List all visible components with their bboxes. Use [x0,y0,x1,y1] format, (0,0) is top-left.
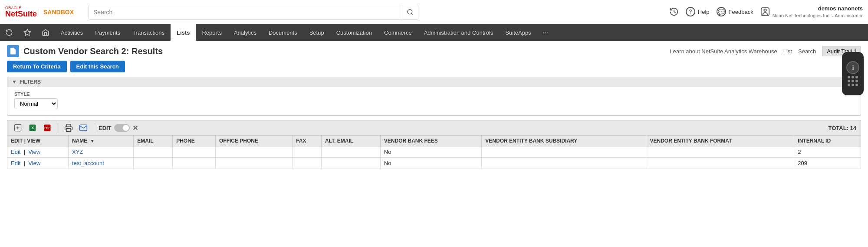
nav-item-activities[interactable]: Activities [55,24,89,41]
page-title: Custom Vendor Search 2: Results [7,45,163,57]
edit-toggle-switch[interactable] [114,124,130,132]
new-record-button[interactable] [12,123,24,133]
remote-dot [855,76,858,78]
nav-favorites-button[interactable] [18,24,36,41]
svg-text:PDF: PDF [44,127,50,130]
feedback-label: Feedback [729,9,753,15]
top-header: ORACLE NetSuite SANDBOX ? Help 💬 Feedbac… [0,0,868,24]
user-menu-button[interactable]: demos nanonets Nano Net Technologies Inc… [760,5,863,20]
cell-edit-view-2: Edit | View [7,158,69,169]
close-icon[interactable]: ✕ [132,124,138,132]
remote-info-button[interactable]: ℹ [846,61,859,74]
email-button[interactable] [77,123,89,133]
print-button[interactable] [62,123,75,133]
return-to-criteria-button[interactable]: Return To Criteria [7,61,67,72]
cell-email-2 [134,158,173,169]
recent-icon [669,7,679,16]
search-bar[interactable] [89,5,418,20]
export-excel-button[interactable]: X [26,123,39,133]
list-link[interactable]: List [783,48,792,55]
cell-vendor-bank-fees-2: No [380,158,481,169]
search-input[interactable] [89,5,402,19]
help-icon: ? [686,7,695,16]
result-toolbar: X PDF EDIT ✕ TOTAL: 14 [7,120,861,135]
logo-area: ORACLE NetSuite SANDBOX [5,6,83,18]
nav-recent-button[interactable] [0,24,18,41]
nav-item-analytics[interactable]: Analytics [228,24,263,41]
view-link-1[interactable]: View [28,149,40,155]
edit-search-button[interactable]: Edit this Search [70,61,125,72]
cell-office-phone-2 [216,158,293,169]
cell-edit-view-1: Edit | View [7,146,69,158]
remote-dot [848,76,850,78]
document-icon [9,47,17,55]
search-submit-button[interactable] [402,5,418,19]
remote-dot [848,84,850,86]
cell-name-2: test_account [69,158,134,169]
nav-item-documents[interactable]: Documents [263,24,303,41]
search-link[interactable]: Search [798,48,816,55]
nav-item-transactions[interactable]: Transactions [126,24,171,41]
name-link-1[interactable]: XYZ [72,149,83,155]
style-label: STYLE [14,91,854,97]
svg-marker-4 [24,29,31,36]
nav-item-customization[interactable]: Customization [330,24,378,41]
cell-vendor-entity-bank-fmt-2 [646,158,794,169]
nav-item-setup[interactable]: Setup [303,24,330,41]
nav-item-commerce[interactable]: Commerce [378,24,418,41]
netsuite-label: NetSuite [5,10,37,18]
help-button[interactable]: ? Help [686,7,710,16]
cell-vendor-entity-bank-sub-2 [482,158,646,169]
col-phone: PHONE [173,136,216,146]
cell-vendor-entity-bank-sub-1 [482,146,646,158]
svg-rect-12 [66,129,71,132]
cell-alt-email-2 [321,158,380,169]
user-info: demos nanonets Nano Net Technologies Inc… [773,5,863,20]
new-icon [13,124,22,132]
toggle-knob [123,125,129,131]
nav-item-suiteapps[interactable]: SuiteApps [499,24,537,41]
edit-link-2[interactable]: Edit [11,160,20,166]
cell-office-phone-1 [216,146,293,158]
learn-link[interactable]: Learn about NetSuite Analytics Warehouse [670,48,777,55]
excel-icon: X [28,124,37,132]
edit-link-1[interactable]: Edit [11,149,20,155]
feedback-button[interactable]: 💬 Feedback [717,7,753,16]
nav-item-admin[interactable]: Administration and Controls [418,24,500,41]
col-vendor-bank-fees: VENDOR BANK FEES [380,136,481,146]
pdf-icon: PDF [43,124,52,132]
page-title-text: Custom Vendor Search 2: Results [23,46,163,56]
remote-dot [848,80,850,82]
svg-text:X: X [31,126,34,130]
nav-item-lists[interactable]: Lists [171,24,196,41]
cell-fax-1 [293,146,322,158]
print-icon [64,124,73,132]
recent-button[interactable] [669,7,679,16]
style-select[interactable]: Normal Summary Matrix [14,98,58,109]
view-link-2[interactable]: View [28,160,40,166]
cell-name-1: XYZ [69,146,134,158]
help-label: Help [698,9,710,15]
table-row: Edit | View test_account No 209 [7,158,861,169]
page-actions-right: Learn about NetSuite Analytics Warehouse… [670,46,861,56]
name-link-2[interactable]: test_account [72,160,104,166]
col-name[interactable]: NAME ▼ [69,136,134,146]
nav-home-button[interactable] [36,24,55,41]
col-vendor-entity-bank-format: VENDOR ENTITY BANK FORMAT [646,136,794,146]
svg-line-1 [411,13,413,15]
edit-toggle-label: EDIT [99,125,112,131]
total-label: TOTAL: 14 [828,125,856,131]
collapse-icon[interactable]: ▼ [12,79,17,85]
feedback-icon: 💬 [717,7,726,16]
nav-more-button[interactable]: ··· [537,28,554,37]
remote-dot [852,80,854,82]
nav-item-payments[interactable]: Payments [89,24,126,41]
remote-dots [848,76,858,86]
col-office-phone: OFFICE PHONE [216,136,293,146]
filters-body: STYLE Normal Summary Matrix [7,87,861,115]
export-pdf-button[interactable]: PDF [41,123,53,133]
col-vendor-entity-bank-subsidiary: VENDOR ENTITY BANK SUBSIDIARY [482,136,646,146]
page-title-icon [7,45,19,57]
cell-phone-1 [173,146,216,158]
nav-item-reports[interactable]: Reports [196,24,228,41]
